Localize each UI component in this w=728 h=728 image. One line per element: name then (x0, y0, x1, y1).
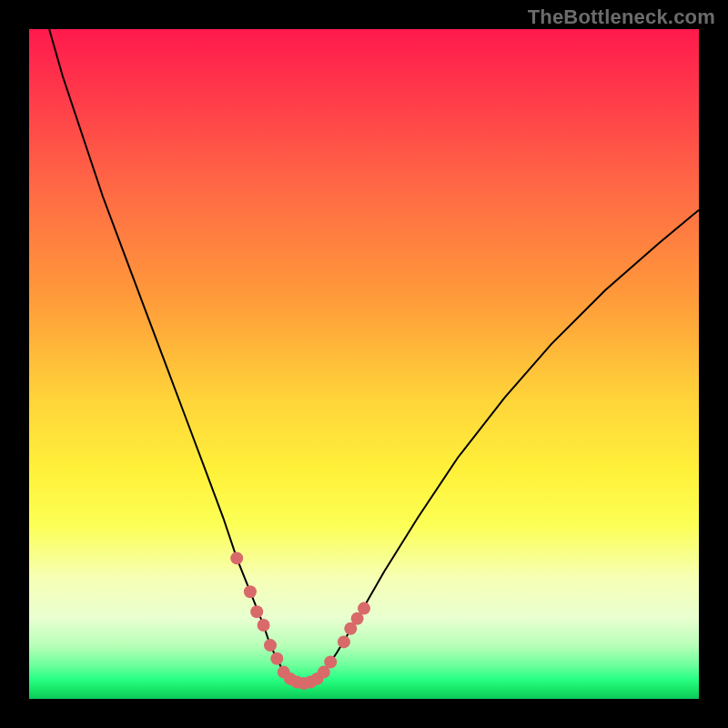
marker-dot (358, 602, 370, 615)
marker-dot (264, 639, 277, 652)
marker-dot (250, 605, 263, 618)
marker-dot (258, 619, 270, 632)
plot-area (29, 29, 699, 699)
bottleneck-curve (49, 29, 699, 683)
chart-frame: TheBottleneck.com (0, 0, 728, 728)
marker-dot (230, 551, 243, 564)
watermark-text: TheBottleneck.com (528, 5, 715, 29)
marker-dot (244, 585, 257, 598)
curve-layer (29, 29, 699, 699)
marker-dot (324, 656, 337, 669)
marker-dot (270, 652, 283, 665)
marker-dot (338, 635, 350, 648)
curve-markers (230, 551, 370, 690)
